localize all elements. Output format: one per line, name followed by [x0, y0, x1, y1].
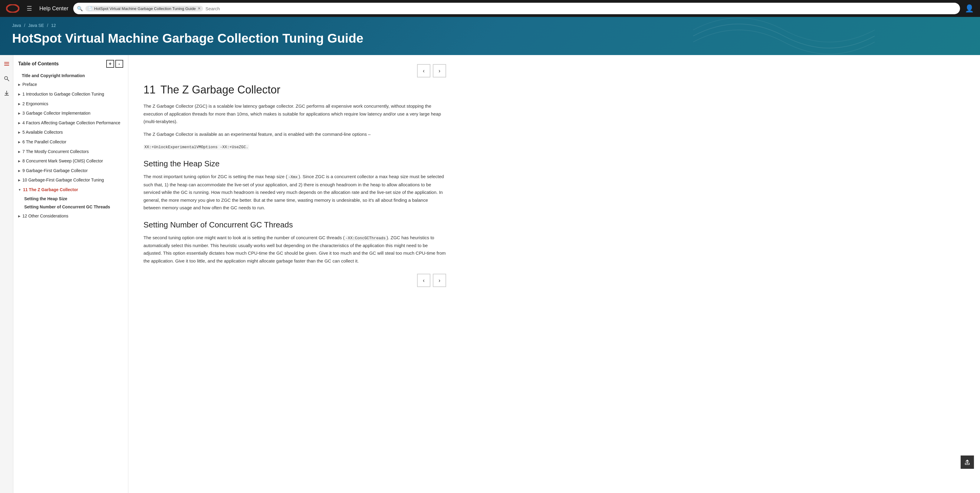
content-nav-top: ‹ › [143, 64, 446, 78]
breadcrumb: Java / Java SE / 12 [12, 23, 968, 28]
toc-item-ch8[interactable]: ▶ 8 Concurrent Mark Sweep (CMS) Collecto… [13, 156, 128, 166]
search-chip: 📄 HotSpot Virtual Machine Garbage Collec… [85, 6, 203, 11]
toc-item-ch6[interactable]: ▶ 6 The Parallel Collector [13, 137, 128, 147]
share-button[interactable] [961, 455, 974, 469]
svg-line-5 [7, 79, 9, 81]
toc-controls: + - [106, 60, 123, 68]
toc-item-preface[interactable]: ▶ Preface [13, 80, 128, 90]
svg-point-0 [7, 5, 19, 13]
toc-item-ch5[interactable]: ▶ 5 Available Collectors [13, 128, 128, 137]
share-icon [964, 459, 970, 465]
concgcthreads-code: -XX:ConcGCThreads [345, 236, 387, 241]
main-layout: Table of Contents + - Title and Copyrigh… [0, 55, 980, 493]
breadcrumb-javase[interactable]: Java SE [28, 23, 44, 28]
toc-item-ch9[interactable]: ▶ 9 Garbage-First Garbage Collector [13, 166, 128, 176]
hamburger-menu-icon[interactable]: ☰ [24, 4, 35, 13]
search-sidebar-icon[interactable] [2, 75, 11, 83]
search-input[interactable] [205, 6, 956, 11]
top-nav: ☰ Help Center 🔍 📄 HotSpot Virtual Machin… [0, 0, 980, 17]
content-area: ‹ › 11 The Z Garbage Collector The Z Gar… [128, 55, 461, 493]
sidebar-icons [0, 55, 13, 493]
toc-collapse-btn[interactable]: - [115, 60, 123, 68]
svg-rect-9 [965, 463, 969, 464]
toc-expand-btn[interactable]: + [106, 60, 114, 68]
search-icon: 🔍 [77, 6, 83, 11]
section-threads-text: The second tuning option one might want … [143, 235, 446, 263]
toc-arrow-ch1: ▶ [18, 92, 21, 97]
svg-rect-3 [4, 65, 9, 66]
toc-title: Table of Contents [18, 61, 59, 67]
prev-page-btn[interactable]: ‹ [417, 64, 430, 78]
toc-arrow-ch2: ▶ [18, 102, 21, 106]
svg-rect-1 [4, 62, 9, 63]
download-icon [4, 90, 10, 96]
download-sidebar-icon[interactable] [2, 89, 11, 97]
toc-item-ch1[interactable]: ▶ 1 Introduction to Garbage Collection T… [13, 90, 128, 99]
toc-item-ch2[interactable]: ▶ 2 Ergonomics [13, 99, 128, 109]
section-title-threads: Setting Number of Concurrent GC Threads [143, 220, 446, 230]
xmx-code: -Xmx [287, 174, 298, 180]
doc-icon: 📄 [88, 6, 92, 11]
toc-item-ch7[interactable]: ▶ 7 The Mostly Concurrent Collectors [13, 147, 128, 157]
content-nav-bottom: ‹ › [143, 274, 446, 287]
section-threads-para: The second tuning option one might want … [143, 234, 446, 265]
toc-arrow-ch8: ▶ [18, 159, 21, 163]
toc-panel: Table of Contents + - Title and Copyrigh… [13, 55, 128, 493]
search-icon [4, 76, 10, 82]
intro-para-2: The Z Garbage Collector is available as … [143, 130, 446, 138]
intro-para-2-text: The Z Garbage Collector is available as … [143, 132, 371, 137]
next-page-btn-bottom[interactable]: › [433, 274, 446, 287]
toc-item-ch12[interactable]: ▶ 12 Other Considerations [13, 211, 128, 221]
toc-item-ch11[interactable]: ▼ 11 The Z Garbage Collector [13, 185, 128, 195]
toc-arrow-ch7: ▶ [18, 150, 21, 154]
code-snippet: XX:+UnlockExperimentalVMOptions -XX:+Use… [143, 144, 249, 150]
toc-arrow-ch11: ▼ [18, 188, 21, 192]
svg-rect-2 [4, 63, 9, 64]
toc-subitem-heap-size[interactable]: Setting the Heap Size [13, 195, 128, 203]
svg-point-4 [5, 76, 8, 79]
code-snippet-para: XX:+UnlockExperimentalVMOptions -XX:+Use… [143, 143, 446, 151]
list-icon [4, 61, 10, 67]
section-heap-para: The most important tuning option for ZGC… [143, 173, 446, 211]
search-chip-label: HotSpot Virtual Machine Garbage Collecti… [94, 6, 196, 11]
search-bar: 🔍 📄 HotSpot Virtual Machine Garbage Coll… [73, 3, 960, 14]
toc-item-ch4[interactable]: ▶ 4 Factors Affecting Garbage Collection… [13, 118, 128, 128]
section-title-heap: Setting the Heap Size [143, 159, 446, 168]
toc-arrow-preface: ▶ [18, 82, 21, 87]
breadcrumb-sep1: / [24, 23, 25, 28]
breadcrumb-sep2: / [47, 23, 48, 28]
prev-page-btn-bottom[interactable]: ‹ [417, 274, 430, 287]
toc-item-ch10[interactable]: ▶ 10 Garbage-First Garbage Collector Tun… [13, 176, 128, 185]
breadcrumb-java[interactable]: Java [12, 23, 21, 28]
toc-arrow-ch3: ▶ [18, 111, 21, 116]
toc-subitem-concurrent-threads[interactable]: Setting Number of Concurrent GC Threads [13, 203, 128, 211]
nav-title: Help Center [39, 5, 68, 12]
toc-sidebar-icon[interactable] [2, 60, 11, 68]
toc-item-title[interactable]: Title and Copyright Information [13, 71, 128, 80]
intro-para-1: The Z Garbage Collector (ZGC) is a scala… [143, 102, 446, 125]
toc-item-ch3[interactable]: ▶ 3 Garbage Collector Implementation [13, 109, 128, 118]
toc-arrow-ch12: ▶ [18, 214, 21, 218]
chapter-name: The Z Garbage Collector [161, 84, 280, 96]
hero-title: HotSpot Virtual Machine Garbage Collecti… [12, 31, 968, 46]
toc-header: Table of Contents + - [13, 60, 128, 71]
search-chip-close-icon[interactable]: ✕ [197, 6, 200, 11]
user-account-icon[interactable]: 👤 [965, 4, 974, 13]
next-page-btn[interactable]: › [433, 64, 446, 78]
hero-banner: Java / Java SE / 12 HotSpot Virtual Mach… [0, 17, 980, 55]
toc-arrow-ch9: ▶ [18, 169, 21, 173]
toc-arrow-ch10: ▶ [18, 178, 21, 182]
toc-arrow-ch4: ▶ [18, 121, 21, 125]
toc-arrow-ch5: ▶ [18, 130, 21, 135]
oracle-logo [6, 4, 19, 13]
section-heap-text: The most important tuning option for ZGC… [143, 174, 444, 210]
toc-arrow-ch6: ▶ [18, 140, 21, 144]
chapter-number: 11 [143, 84, 156, 96]
breadcrumb-version[interactable]: 12 [51, 23, 56, 28]
chapter-title: 11 The Z Garbage Collector [143, 84, 446, 96]
